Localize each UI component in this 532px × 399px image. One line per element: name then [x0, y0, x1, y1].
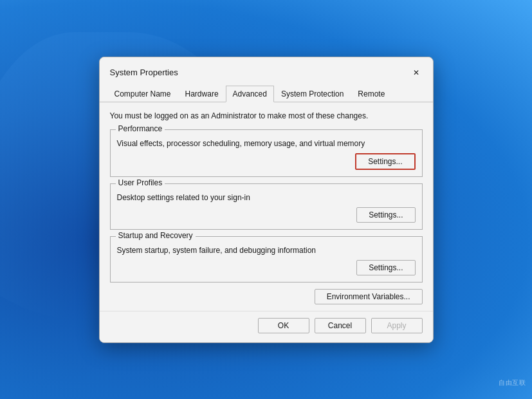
- ok-button[interactable]: OK: [258, 318, 309, 333]
- tab-remote[interactable]: Remote: [351, 86, 392, 102]
- system-properties-dialog: System Properties ✕ Computer Name Hardwa…: [99, 57, 434, 343]
- titlebar: System Properties ✕: [100, 57, 433, 82]
- tab-system-protection[interactable]: System Protection: [274, 86, 351, 102]
- user-profiles-btn-row: Settings...: [117, 207, 416, 223]
- performance-section: Performance Visual effects, processor sc…: [110, 129, 423, 177]
- tab-computer-name[interactable]: Computer Name: [107, 86, 178, 102]
- performance-btn-row: Settings...: [117, 153, 416, 170]
- startup-recovery-settings-button[interactable]: Settings...: [356, 260, 415, 275]
- cancel-button[interactable]: Cancel: [315, 318, 366, 333]
- env-vars-row: Environment Variables...: [110, 289, 423, 304]
- admin-note: You must be logged on as an Administrato…: [110, 111, 423, 120]
- tab-hardware[interactable]: Hardware: [178, 86, 226, 102]
- user-profiles-settings-button[interactable]: Settings...: [356, 207, 415, 223]
- startup-recovery-label: Startup and Recovery: [116, 231, 196, 240]
- performance-label: Performance: [116, 124, 165, 133]
- performance-settings-button[interactable]: Settings...: [355, 153, 415, 170]
- watermark: 自由互联: [499, 378, 526, 387]
- dialog-overlay: System Properties ✕ Computer Name Hardwa…: [0, 0, 532, 399]
- user-profiles-section: User Profiles Desktop settings related t…: [110, 183, 423, 230]
- tabs-bar: Computer Name Hardware Advanced System P…: [100, 82, 433, 102]
- titlebar-controls: ✕: [407, 64, 425, 82]
- close-button[interactable]: ✕: [407, 64, 425, 82]
- startup-recovery-btn-row: Settings...: [117, 260, 416, 275]
- apply-button[interactable]: Apply: [371, 318, 423, 333]
- environment-variables-button[interactable]: Environment Variables...: [315, 289, 423, 304]
- startup-recovery-section: Startup and Recovery System startup, sys…: [110, 236, 423, 283]
- dialog-title: System Properties: [110, 68, 178, 77]
- bottom-bar: OK Cancel Apply: [100, 311, 433, 342]
- performance-desc: Visual effects, processor scheduling, me…: [117, 139, 416, 148]
- user-profiles-label: User Profiles: [116, 178, 165, 187]
- dialog-content: You must be logged on as an Administrato…: [100, 102, 433, 311]
- startup-recovery-desc: System startup, system failure, and debu…: [117, 246, 416, 255]
- user-profiles-desc: Desktop settings related to your sign-in: [117, 193, 416, 202]
- tab-advanced[interactable]: Advanced: [226, 86, 274, 102]
